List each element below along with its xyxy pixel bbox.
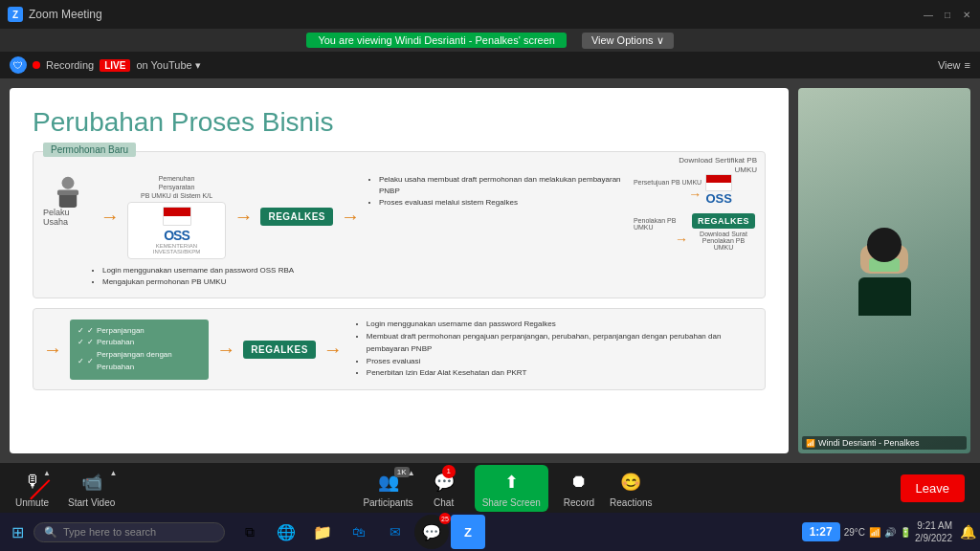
store-icon[interactable]: 🛍 — [342, 515, 376, 549]
pemenuhan-label: PemenuhanPersyaratanPB UMKU di Sistem K/… — [141, 174, 212, 200]
chat-label: Chat — [434, 497, 454, 508]
chat-badge: 1 — [442, 465, 456, 478]
shield-icon: 🛡 — [10, 56, 27, 74]
toolbar-center: 👥 1K Participants ▲ 💬 1 Chat ⬆ Share Scr… — [363, 465, 652, 512]
video-label: 📶 Windi Desrianti - Penalkes — [802, 436, 967, 450]
svg-rect-2 — [57, 190, 78, 196]
arrow-1: → — [100, 206, 120, 228]
section2-bullets: Login menggunakan username dan password … — [350, 319, 755, 380]
title-bar-controls: — □ ✕ — [923, 9, 972, 20]
maximize-button[interactable]: □ — [942, 9, 953, 20]
edge-icon[interactable]: 🌐 — [269, 515, 303, 549]
download-surat-text: Download SuratPenolakan PB UMKU — [692, 231, 755, 251]
video-panel: 📶 Windi Desrianti - Penalkes — [798, 78, 980, 463]
share-screen-label: Share Screen — [482, 497, 541, 508]
toolbar-right: Leave — [901, 474, 965, 502]
regalkes-section2: REGALKES — [243, 341, 316, 359]
start-video-button[interactable]: 📹 Start Video ▲ — [68, 469, 115, 508]
youtube-label[interactable]: on YouTube ▾ — [136, 59, 200, 72]
chat-button[interactable]: 💬 1 Chat — [429, 469, 459, 508]
notification-icon[interactable]: 🔔 — [960, 524, 976, 540]
hijab-top — [867, 228, 902, 262]
bullet-item: Proses evaluasi melalui sistem Regalkes — [379, 197, 622, 209]
app-title: Zoom Meeting — [29, 8, 102, 21]
record-button[interactable]: ⏺ Record — [564, 469, 594, 508]
close-button[interactable]: ✕ — [961, 9, 972, 20]
regalkes-mid: REGALKES — [260, 208, 333, 226]
section-label: Permohonan Baru — [43, 143, 136, 157]
bullet-item: Mengajukan permohonan PB UMKU — [102, 276, 294, 288]
svg-point-0 — [61, 177, 74, 189]
participants-caret: ▲ — [408, 469, 415, 477]
record-label: Record — [564, 497, 594, 508]
penolakan-row: Penolakan PB UMKU → REGALKES Download Su… — [634, 213, 755, 251]
notification-bar: You are viewing Windi Desrianti - Penalk… — [0, 29, 980, 52]
section-permohonan-baru: Permohonan Baru Download Sertifikat PBUM… — [33, 151, 766, 298]
persetujuan-row: Persetujuan PB UMKU → OSS — [634, 174, 755, 206]
windows-start-icon[interactable]: ⊞ — [11, 523, 24, 541]
oss-logo: OSS — [164, 228, 189, 243]
arrow-3: → — [341, 206, 360, 228]
section2-bullet: Membuat draft permohonan pengajuan perpa… — [367, 331, 755, 356]
title-bar-left: Z Zoom Meeting — [8, 7, 102, 22]
share-screen-button[interactable]: ⬆ Share Screen — [475, 465, 548, 512]
participants-button[interactable]: 👥 1K Participants ▲ — [363, 469, 412, 508]
unmute-button[interactable]: 🎙 Unmute ▲ — [15, 469, 49, 508]
video-caret: ▲ — [109, 469, 117, 477]
time-display: 1:27 — [802, 522, 840, 541]
main-content: Perubahan Proses Bisnis Permohonan Baru … — [0, 78, 980, 463]
live-badge: LIVE — [100, 59, 130, 72]
oss-logo-box: OSS KEMENTERIAN INVESTASI/BKPM — [127, 202, 227, 259]
slide-area: Perubahan Proses Bisnis Permohonan Baru … — [10, 88, 789, 453]
persetujuan-arrow-label: Persetujuan PB UMKU → — [634, 179, 702, 202]
sys-tray: 29°C 📶 🔊 🔋 — [844, 527, 911, 538]
mail-icon[interactable]: ✉ — [378, 515, 412, 549]
oss-flag — [163, 207, 191, 226]
file-explorer-icon[interactable]: 📁 — [305, 515, 340, 549]
taskview-icon[interactable]: ⧉ — [233, 515, 267, 549]
perpanjangan-perubahan-item: ✓ Perpanjangan dengan Perubahan — [78, 349, 201, 374]
reactions-button[interactable]: 😊 Reactions — [610, 469, 652, 508]
recording-bar: 🛡 Recording LIVE on YouTube ▾ View ≡ — [0, 52, 980, 78]
zoom-taskbar-icon[interactable]: Z — [451, 515, 485, 549]
leave-button[interactable]: Leave — [901, 474, 965, 502]
pelaku-usaha-icon: Pelaku Usaha — [43, 174, 93, 227]
section2-bullet: Login menggunakan username dan password … — [367, 319, 755, 331]
zoom-icon: Z — [8, 7, 23, 22]
perpanjangan-box: ✓ Perpanjangan ✓ Perubahan ✓ Perpanjanga… — [70, 320, 209, 380]
screen-share-notice: You are viewing Windi Desrianti - Penalk… — [306, 33, 566, 48]
search-icon: 🔍 — [44, 526, 57, 539]
temperature-display: 29°C — [844, 527, 865, 538]
flow-row: Pelaku Usaha → PemenuhanPersyaratanPB UM… — [43, 169, 755, 259]
oss-sub: KEMENTERIAN INVESTASI/BKPM — [136, 243, 218, 254]
regalkes-logo: REGALKES — [260, 208, 333, 226]
battery-icon: 🔋 — [900, 527, 911, 538]
search-bar[interactable]: 🔍 Type here to search — [33, 522, 225, 542]
share-screen-icon: ⬆ — [496, 469, 526, 496]
arrow-persetujuan: → — [688, 187, 702, 202]
section-perpanjangan: → ✓ Perpanjangan ✓ Perubahan ✓ Perpanjan… — [33, 308, 766, 390]
perpanjangan-item: ✓ Perpanjangan — [78, 325, 201, 338]
penolakan-label: Penolakan PB UMKU — [634, 217, 688, 231]
oss-flag-right — [705, 174, 732, 191]
oss-bullets: Login menggunakan username dan password … — [43, 265, 755, 288]
right-flow: Persetujuan PB UMKU → OSS Penolakan PB U… — [634, 174, 755, 251]
view-button[interactable]: View ≡ — [938, 59, 970, 71]
arrow-section2b: → — [216, 339, 235, 361]
minimize-button[interactable]: — — [923, 9, 934, 20]
arrow-section2c: → — [323, 339, 343, 361]
bullet-item: Login menggunakan username dan password … — [102, 265, 294, 276]
reactions-label: Reactions — [610, 497, 652, 508]
participants-icon: 👥 1K — [373, 469, 404, 496]
start-video-label: Start Video — [68, 497, 115, 508]
view-options-button[interactable]: View Options ∨ — [582, 33, 674, 49]
bullet-item: Pelaku usaha membuat draft permohonan da… — [379, 174, 622, 197]
whatsapp-icon[interactable]: 💬 25 — [414, 515, 449, 549]
taskbar: ⊞ 🔍 Type here to search ⧉ 🌐 📁 🛍 ✉ 💬 25 Z… — [0, 513, 980, 551]
perubahan-item: ✓ Perubahan — [78, 337, 201, 349]
taskbar-start: ⊞ — [4, 523, 32, 541]
section2-bullet: Penerbitan Izin Edar Alat Kesehatan dan … — [367, 367, 755, 380]
oss-bullet-box: Login menggunakan username dan password … — [91, 265, 294, 288]
signal-icon: 📶 — [806, 439, 815, 448]
slide-title: Perubahan Proses Bisnis — [33, 107, 766, 138]
